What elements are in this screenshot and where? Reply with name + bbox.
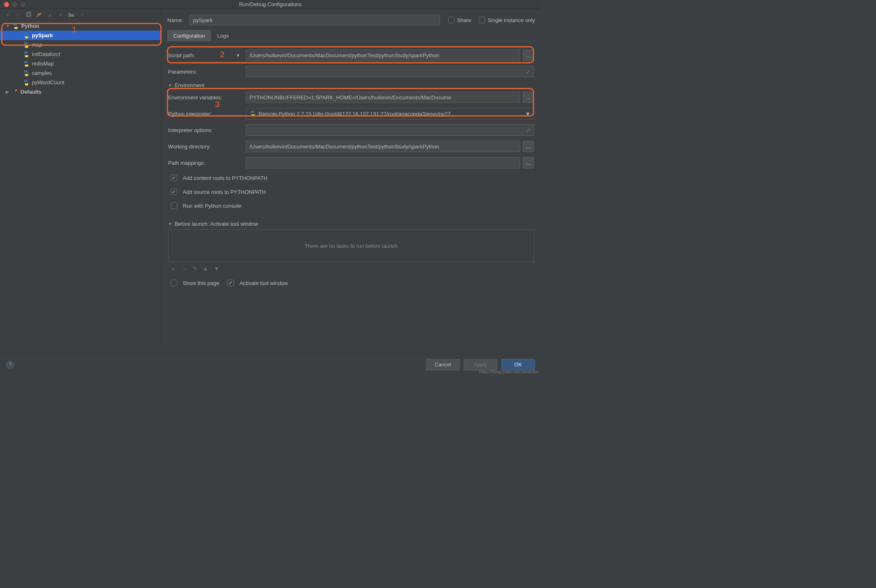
checkbox-icon [171, 280, 177, 286]
folder-icon[interactable] [68, 11, 74, 18]
before-launch-section[interactable]: ▼ Before launch: Activate tool window [168, 221, 534, 227]
checkbox-icon [448, 17, 455, 23]
parameters-input[interactable]: ⤢ [246, 66, 534, 77]
activate-tool-window-checkbox[interactable]: Activate tool window [227, 280, 288, 286]
tree-group-label: Python [21, 23, 39, 29]
tree-item-samples[interactable]: samples [0, 68, 161, 78]
interpreter-value: Remote Python 2.7.15 (sftp://root@172.16… [258, 111, 451, 117]
add-icon[interactable]: ＋ [171, 265, 176, 273]
down-icon: ▼ [214, 265, 219, 273]
single-instance-checkbox[interactable]: Single instance only [478, 17, 535, 23]
sidebar-toolbar: ＋ － ▲ ▼ ↓² [0, 9, 161, 20]
add-source-roots-label: Add source roots to PYTHONPATH [183, 189, 266, 195]
up-icon: ▲ [47, 12, 53, 18]
python-icon [23, 42, 29, 48]
tree-item-label: initDataforcf [32, 51, 60, 57]
add-source-roots-checkbox[interactable]: Add source roots to PYTHONPATH [171, 189, 266, 195]
script-path-input[interactable]: /Users/huikevin/Documents/MacDocument/py… [246, 49, 520, 61]
environment-section[interactable]: ▼ Environment [168, 82, 534, 88]
dialog-footer: ? Cancel Apply OK [0, 354, 541, 375]
checkbox-icon [171, 175, 177, 181]
add-icon[interactable]: ＋ [4, 11, 11, 18]
python-icon [23, 61, 29, 67]
browse-button[interactable]: … [523, 92, 534, 103]
script-path-label: Script path: [168, 52, 195, 58]
checkbox-icon [478, 17, 485, 23]
wrench-icon [12, 88, 18, 95]
tree-item-label: map [32, 42, 42, 48]
configurations-sidebar: ＋ － ▲ ▼ ↓² ▼ Python [0, 9, 162, 346]
tree-item-redismap[interactable]: redisMap [0, 59, 161, 68]
python-icon [23, 51, 29, 58]
interpreter-dropdown[interactable]: Remote Python 2.7.15 (sftp://root@172.16… [246, 108, 534, 119]
run-with-console-checkbox[interactable]: Run with Python console [171, 202, 241, 209]
name-label: Name: [167, 17, 189, 23]
share-checkbox[interactable]: Share [448, 17, 472, 23]
checkbox-icon [171, 202, 177, 209]
before-launch-list: There are no tasks to run before launch [168, 229, 534, 262]
tree-group-defaults[interactable]: ▶ Defaults [0, 87, 161, 97]
chevron-down-icon: ▼ [168, 83, 172, 88]
name-input[interactable] [189, 15, 440, 25]
help-button[interactable]: ? [6, 360, 15, 369]
expand-icon[interactable]: ▶ [6, 90, 10, 94]
before-launch-empty: There are no tasks to run before launch [305, 243, 398, 249]
cancel-button[interactable]: Cancel [426, 359, 460, 370]
tree-item-map[interactable]: map [0, 40, 161, 49]
run-with-console-label: Run with Python console [183, 203, 241, 209]
path-mappings-input[interactable] [246, 157, 520, 168]
tree-group-python[interactable]: ▼ Python [0, 21, 161, 31]
environment-section-label: Environment [175, 82, 204, 88]
expand-icon[interactable]: ⤢ [524, 68, 532, 75]
chevron-down-icon[interactable]: ▼ [236, 53, 240, 58]
apply-button: Apply [464, 359, 497, 370]
env-vars-input[interactable]: PYTHONUNBUFFERED=1;SPARK_HOME=/Users/hui… [246, 92, 520, 103]
show-this-page-label: Show this page [183, 280, 219, 286]
share-label: Share [457, 17, 472, 23]
python-icon [23, 70, 29, 76]
working-dir-input[interactable]: /Users/huikevin/Documents/MacDocument/py… [246, 141, 520, 152]
tree-item-label: pySpark [32, 32, 53, 38]
down-icon: ▼ [57, 12, 64, 18]
before-launch-label: Before launch: Activate tool window [175, 221, 258, 227]
browse-button[interactable]: … [523, 157, 534, 168]
tree-item-label: samples [32, 70, 52, 76]
up-icon: ▲ [203, 265, 208, 273]
tree-item-pyspark[interactable]: pySpark [0, 31, 161, 40]
settings-icon[interactable] [36, 11, 43, 18]
before-launch-toolbar: ＋ － ✎ ▲ ▼ [168, 262, 534, 276]
chevron-down-icon: ▼ [525, 111, 530, 117]
expand-icon[interactable]: ▼ [6, 24, 10, 28]
tree-item-label: pyWordCount [32, 79, 64, 85]
title-bar: Run/Debug Configurations [0, 0, 541, 9]
browse-button[interactable]: … [523, 49, 534, 61]
python-icon [23, 79, 29, 86]
copy-icon[interactable] [25, 11, 32, 18]
python-icon [12, 23, 19, 29]
python-icon [23, 32, 29, 39]
tree-item-initdataforcf[interactable]: initDataforcf [0, 49, 161, 59]
expand-icon[interactable]: ⤢ [524, 126, 532, 134]
edit-icon: ✎ [193, 265, 197, 273]
env-vars-label: Environment variables: [168, 94, 246, 101]
watermark: https://blog.csdn.net/Jameslvt [479, 369, 538, 374]
ok-button[interactable]: OK [501, 359, 535, 370]
sort-icon[interactable]: ↓² [79, 13, 85, 17]
tab-configuration[interactable]: Configuration [167, 30, 211, 41]
tree-item-label: redisMap [32, 61, 54, 67]
interpreter-options-input[interactable]: ⤢ [246, 124, 534, 136]
interpreter-label: Python interpreter: [168, 111, 246, 117]
remove-icon[interactable]: － [15, 11, 21, 18]
configurations-tree[interactable]: ▼ Python pySpark map initDataforcf redi [0, 20, 161, 346]
tree-item-pywordcount[interactable]: pyWordCount [0, 78, 161, 87]
python-icon [249, 110, 256, 117]
add-content-roots-checkbox[interactable]: Add content roots to PYTHONPATH [171, 175, 267, 181]
config-tabs: Configuration Logs [167, 29, 535, 41]
show-this-page-checkbox[interactable]: Show this page [171, 280, 219, 286]
browse-button[interactable]: … [523, 141, 534, 152]
remove-icon: － [182, 265, 187, 273]
configuration-panel: Name: Share Single instance only Configu… [162, 9, 541, 346]
tab-logs[interactable]: Logs [211, 30, 235, 41]
add-content-roots-label: Add content roots to PYTHONPATH [183, 175, 267, 181]
single-instance-label: Single instance only [487, 17, 535, 23]
